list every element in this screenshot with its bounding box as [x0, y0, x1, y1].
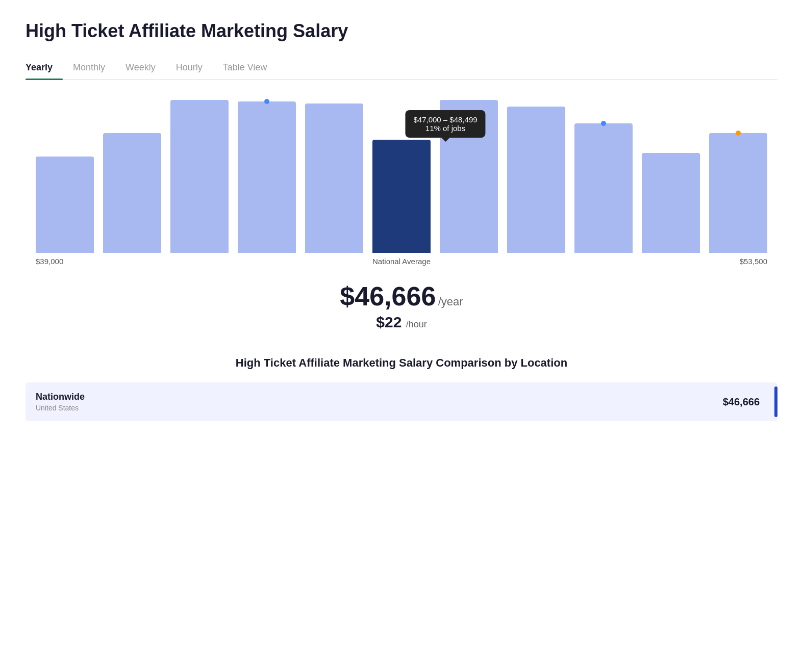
bars-container — [36, 100, 767, 253]
tab-table-view[interactable]: Table View — [223, 57, 278, 79]
bar-dot-3 — [264, 99, 269, 104]
location-bar-accent — [774, 386, 777, 417]
bar-5[interactable] — [372, 140, 431, 253]
salary-display: $46,666 /year $22 /hour — [26, 281, 777, 331]
x-label-center: National Average — [63, 257, 740, 266]
bar-wrapper-7 — [507, 107, 565, 253]
bar-4[interactable] — [305, 104, 363, 253]
bar-1[interactable] — [103, 133, 161, 253]
bar-wrapper-6 — [440, 100, 498, 253]
bar-dot-8 — [601, 121, 606, 126]
x-label-left: $39,000 — [36, 257, 63, 266]
bar-wrapper-3 — [238, 101, 296, 253]
bar-dot-10 — [736, 131, 741, 136]
bar-7[interactable] — [507, 107, 565, 253]
location-sub: United States — [36, 404, 723, 412]
location-salary: $46,666 — [723, 396, 760, 408]
bar-wrapper-10 — [709, 133, 767, 253]
tab-monthly[interactable]: Monthly — [73, 57, 115, 79]
chart-bottom-labels: $39,000 National Average $53,500 — [36, 257, 767, 266]
salary-yearly-unit: /year — [438, 295, 463, 308]
tab-weekly[interactable]: Weekly — [126, 57, 166, 79]
tab-yearly[interactable]: Yearly — [26, 57, 63, 79]
location-name: Nationwide — [36, 392, 723, 402]
salary-hourly-amount: $22 — [376, 314, 402, 330]
location-info: Nationwide United States — [36, 392, 723, 412]
bars-outer: $47,000 – $48,499 11% of jobs — [36, 100, 767, 253]
bar-wrapper-5 — [372, 140, 431, 253]
comparison-section: High Ticket Affiliate Marketing Salary C… — [26, 356, 777, 421]
bar-9[interactable] — [642, 153, 700, 253]
bar-wrapper-4 — [305, 104, 363, 253]
bar-10[interactable] — [709, 133, 767, 253]
bar-3[interactable] — [238, 101, 296, 253]
bar-6[interactable] — [440, 100, 498, 253]
bar-wrapper-0 — [36, 157, 94, 253]
bar-8[interactable] — [574, 123, 633, 253]
salary-hourly-unit: /hour — [406, 319, 427, 329]
bar-wrapper-8 — [574, 123, 633, 253]
bar-wrapper-1 — [103, 133, 161, 253]
x-label-right: $53,500 — [740, 257, 767, 266]
salary-yearly-amount: $46,666 — [340, 281, 436, 311]
location-row: Nationwide United States $46,666 — [26, 382, 777, 421]
bar-2[interactable] — [170, 100, 229, 253]
bar-wrapper-2 — [170, 100, 229, 253]
comparison-title: High Ticket Affiliate Marketing Salary C… — [26, 356, 777, 370]
tab-hourly[interactable]: Hourly — [176, 57, 213, 79]
bar-wrapper-9 — [642, 153, 700, 253]
page-title: High Ticket Affiliate Marketing Salary — [26, 20, 777, 42]
bar-0[interactable] — [36, 157, 94, 253]
chart-area: $47,000 – $48,499 11% of jobs $39,000 Na… — [26, 100, 777, 266]
tab-bar: Yearly Monthly Weekly Hourly Table View — [26, 57, 777, 80]
